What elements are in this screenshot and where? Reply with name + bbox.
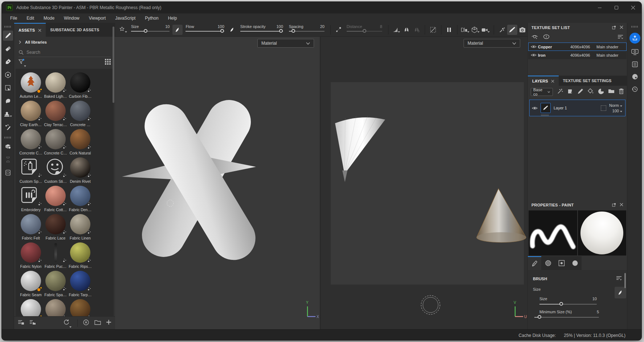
add-filter-icon[interactable] <box>567 88 573 96</box>
shader-settings-icon[interactable] <box>630 72 640 82</box>
asset-tile[interactable]: Embroidery <box>19 186 43 214</box>
menu-item-viewport[interactable]: Viewport <box>84 16 110 21</box>
asset-tile[interactable]: Fabric Tarp… <box>68 271 93 299</box>
asset-thumbnail[interactable] <box>45 186 66 206</box>
texture-set-row-iron[interactable]: Iron 4096x4096 Main shader <box>528 51 627 59</box>
breadcrumb[interactable]: All libraries <box>14 37 115 48</box>
share-button[interactable] <box>629 33 640 44</box>
assets-scrollbar[interactable] <box>113 27 114 103</box>
minimize-button[interactable] <box>591 2 608 13</box>
tab-assets[interactable]: ASSETS <box>14 23 46 37</box>
quick-mask-tool[interactable] <box>3 96 13 106</box>
asset-tile[interactable]: Fabric Den… <box>68 186 93 214</box>
add-group-icon[interactable] <box>608 89 615 95</box>
asset-tile[interactable]: Fabric Linen <box>68 214 93 242</box>
asset-thumbnail[interactable] <box>45 157 66 178</box>
layer-row[interactable]: Layer 1 Norm 100 <box>529 100 625 116</box>
asset-tile[interactable] <box>68 299 93 316</box>
asset-thumbnail[interactable] <box>70 129 90 149</box>
lazy-mouse-icon[interactable] <box>334 25 344 35</box>
float-panel-icon[interactable] <box>612 203 616 208</box>
screenshot-camera-icon[interactable] <box>517 25 527 35</box>
rail-grip[interactable] <box>4 26 12 28</box>
viewport-2d[interactable]: Material <box>321 37 527 329</box>
asset-tile[interactable]: Clay Terrac… <box>43 101 68 129</box>
delete-layer-icon[interactable] <box>619 88 624 96</box>
properties-tab-stencil[interactable] <box>555 256 568 270</box>
spacing-slider[interactable]: Spacing20 <box>289 24 325 35</box>
asset-thumbnail[interactable] <box>45 101 66 121</box>
close-panel-icon[interactable] <box>620 25 623 30</box>
falloff-curve-icon[interactable] <box>391 25 402 35</box>
mirror-symmetry-icon[interactable] <box>402 25 412 35</box>
refresh-icon[interactable] <box>63 319 72 327</box>
grid-view-icon[interactable] <box>105 59 111 66</box>
polygon-fill-tool[interactable] <box>3 70 13 80</box>
asset-tile[interactable]: Custom Sp… <box>19 157 43 186</box>
viewport-3d[interactable]: Material <box>115 37 321 329</box>
asset-thumbnail[interactable] <box>21 271 41 291</box>
brush-size-pressure-icon[interactable] <box>615 287 626 298</box>
asset-tile[interactable]: Custom Sti… <box>43 157 68 186</box>
import-resources-icon[interactable] <box>29 319 36 327</box>
asset-thumbnail[interactable] <box>45 72 66 93</box>
asset-thumbnail[interactable] <box>21 129 41 149</box>
close-button[interactable] <box>625 2 641 13</box>
eye-icon[interactable] <box>531 45 537 49</box>
log-icon[interactable] <box>630 59 640 69</box>
eraser-tool[interactable] <box>3 44 13 54</box>
add-paint-icon[interactable] <box>577 88 583 96</box>
close-panel-icon[interactable] <box>620 203 623 207</box>
min-size-slider[interactable]: Minimum Size (%)5 <box>534 310 599 318</box>
tab-substance-3d-assets[interactable]: SUBSTANCE 3D ASSETS <box>46 23 103 37</box>
pen-pressure-size-icon[interactable] <box>172 25 183 35</box>
asset-thumbnail[interactable] <box>70 299 90 316</box>
layer-visibility-icon[interactable] <box>532 106 538 110</box>
menu-item-window[interactable]: Window <box>59 16 84 21</box>
asset-thumbnail[interactable] <box>21 186 41 206</box>
asset-thumbnail[interactable] <box>45 242 66 263</box>
asset-thumbnail[interactable] <box>70 271 90 291</box>
layer-opacity[interactable]: 100 <box>612 109 622 113</box>
asset-thumbnail[interactable] <box>70 101 90 121</box>
asset-thumbnail[interactable] <box>21 101 41 121</box>
tab-close-icon[interactable] <box>38 29 41 32</box>
history-icon[interactable] <box>630 84 640 94</box>
add-effect-icon[interactable] <box>557 88 563 96</box>
tab-layers[interactable]: LAYERS <box>528 76 559 86</box>
add-fill-icon[interactable] <box>587 88 594 96</box>
brush-section-scrollbar[interactable] <box>624 273 626 288</box>
particle-brush-icon[interactable] <box>497 25 507 35</box>
tab-close-icon[interactable] <box>551 80 554 83</box>
rail-grip[interactable] <box>631 26 639 28</box>
asset-tile[interactable] <box>43 299 68 316</box>
asset-tile[interactable]: Clay Earth… <box>19 101 43 129</box>
properties-tab-alpha[interactable] <box>541 256 555 270</box>
asset-thumbnail[interactable] <box>70 186 90 206</box>
asset-thumbnail[interactable] <box>70 72 90 93</box>
projection-tool[interactable] <box>3 57 13 67</box>
filter-list-icon[interactable] <box>617 34 623 41</box>
rail-grip-2[interactable] <box>4 137 12 138</box>
stroke-opacity-slider[interactable]: Stroke opacity100 <box>240 24 283 35</box>
asset-tile[interactable]: Concrete … <box>68 101 93 129</box>
layer-thumbnail[interactable] <box>541 103 551 113</box>
search-field[interactable] <box>19 48 111 57</box>
search-input[interactable] <box>27 50 99 55</box>
asset-tile[interactable]: Carbon Fib… <box>68 72 93 101</box>
asset-tile[interactable]: Fabric Nylon <box>19 242 43 271</box>
asset-tile[interactable]: Autumn Le… <box>19 72 43 101</box>
asset-thumbnail[interactable] <box>45 129 66 149</box>
menu-item-help[interactable]: Help <box>163 16 182 21</box>
asset-thumbnail[interactable] <box>45 271 66 291</box>
asset-tile[interactable]: Fabric Cott… <box>43 186 68 214</box>
camera-view-icon[interactable] <box>481 25 491 35</box>
menu-item-javascript[interactable]: JavaScript <box>110 16 140 21</box>
filter-funnel-icon[interactable] <box>19 59 27 66</box>
menu-item-edit[interactable]: Edit <box>22 16 39 21</box>
asset-tile[interactable]: Baked Ligh… <box>43 72 68 101</box>
asset-thumbnail[interactable] <box>45 299 66 316</box>
asset-thumbnail[interactable] <box>45 214 66 234</box>
asset-tile[interactable]: Fabric Seam <box>19 271 43 299</box>
asset-thumbnail[interactable] <box>21 72 41 93</box>
